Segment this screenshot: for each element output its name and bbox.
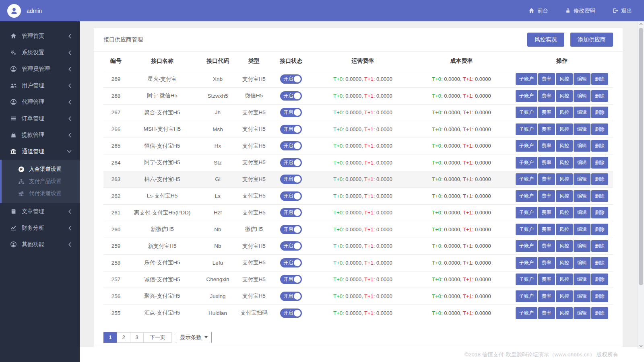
edit-button[interactable]: 编辑	[574, 240, 590, 252]
subaccount-button[interactable]: 子账户	[516, 307, 537, 319]
sidebar-item-6[interactable]: 订单管理	[0, 110, 80, 127]
subaccount-button[interactable]: 子账户	[516, 207, 537, 218]
edit-button[interactable]: 编辑	[574, 140, 590, 152]
status-toggle[interactable]: 开启	[280, 125, 302, 134]
rate-button[interactable]: 费率	[538, 173, 555, 185]
subaccount-button[interactable]: 子账户	[516, 290, 537, 302]
sidebar-item-10[interactable]: 财务分析	[0, 220, 80, 236]
sidebar-item-1[interactable]: 管理首页	[0, 28, 80, 44]
status-toggle[interactable]: 开启	[280, 275, 302, 284]
status-toggle[interactable]: 开启	[280, 225, 302, 234]
status-toggle[interactable]: 开启	[280, 74, 302, 84]
subaccount-button[interactable]: 子账户	[516, 274, 537, 285]
status-toggle[interactable]: 开启	[280, 175, 302, 184]
status-toggle[interactable]: 开启	[280, 108, 302, 117]
risk-button[interactable]: 风控	[556, 173, 573, 185]
delete-button[interactable]: 删除	[591, 257, 608, 269]
submenu-item-2[interactable]: 支付产品设置	[2, 175, 80, 187]
risk-button[interactable]: 风控	[556, 90, 573, 102]
submenu-item-3[interactable]: 代付渠道设置	[2, 187, 80, 200]
risk-button[interactable]: 风控	[556, 123, 573, 135]
subaccount-button[interactable]: 子账户	[516, 224, 537, 235]
sidebar-item-5[interactable]: 代理管理	[0, 94, 80, 110]
rate-button[interactable]: 费率	[538, 190, 555, 202]
sidebar-item-2[interactable]: 系统设置	[0, 44, 80, 61]
delete-button[interactable]: 删除	[591, 73, 608, 85]
rate-button[interactable]: 费率	[538, 240, 555, 252]
subaccount-button[interactable]: 子账户	[516, 240, 537, 252]
rate-button[interactable]: 费率	[538, 157, 555, 169]
edit-button[interactable]: 编辑	[574, 90, 590, 102]
submenu-item-1[interactable]: P入金渠道设置	[2, 163, 80, 175]
risk-button[interactable]: 风控	[556, 290, 573, 302]
subaccount-button[interactable]: 子账户	[516, 140, 537, 152]
edit-button[interactable]: 编辑	[574, 123, 590, 135]
sidebar-item-11[interactable]: 其他功能	[0, 236, 80, 253]
subaccount-button[interactable]: 子账户	[516, 157, 537, 169]
edit-button[interactable]: 编辑	[574, 207, 590, 218]
sidebar-item-7[interactable]: 提款管理	[0, 127, 80, 143]
rate-button[interactable]: 费率	[538, 274, 555, 285]
rate-button[interactable]: 费率	[538, 107, 555, 118]
sidebar-item-4[interactable]: 用户管理	[0, 77, 80, 94]
rate-button[interactable]: 费率	[538, 224, 555, 235]
status-toggle[interactable]: 开启	[280, 258, 302, 267]
sidebar-item-9[interactable]: 文章管理	[0, 203, 80, 220]
rate-button[interactable]: 费率	[538, 290, 555, 302]
status-toggle[interactable]: 开启	[280, 141, 302, 150]
risk-button[interactable]: 风控	[556, 307, 573, 319]
rate-button[interactable]: 费率	[538, 73, 555, 85]
edit-button[interactable]: 编辑	[574, 307, 590, 319]
risk-button[interactable]: 风控	[556, 224, 573, 235]
topbar-user[interactable]: admin	[7, 4, 42, 18]
status-toggle[interactable]: 开启	[280, 91, 302, 101]
edit-button[interactable]: 编辑	[574, 107, 590, 118]
next-page-button[interactable]: 下一页	[143, 332, 172, 343]
risk-button[interactable]: 风控	[556, 240, 573, 252]
edit-button[interactable]: 编辑	[574, 173, 590, 185]
rate-button[interactable]: 费率	[538, 123, 555, 135]
risk-button[interactable]: 风控	[556, 257, 573, 269]
sidebar-item-3[interactable]: 管理员管理	[0, 61, 80, 77]
status-toggle[interactable]: 开启	[280, 158, 302, 167]
topbar-link-lock[interactable]: 修改密码	[565, 7, 595, 14]
delete-button[interactable]: 删除	[591, 107, 608, 118]
subaccount-button[interactable]: 子账户	[516, 107, 537, 118]
scrollbar[interactable]	[638, 21, 644, 349]
delete-button[interactable]: 删除	[591, 307, 608, 319]
scrollbar-thumb[interactable]	[639, 28, 643, 285]
edit-button[interactable]: 编辑	[574, 257, 590, 269]
sidebar-item-8[interactable]: 通道管理	[0, 143, 80, 160]
topbar-link-logout[interactable]: 退出	[612, 7, 632, 14]
edit-button[interactable]: 编辑	[574, 190, 590, 202]
delete-button[interactable]: 删除	[591, 123, 608, 135]
delete-button[interactable]: 删除	[591, 274, 608, 285]
delete-button[interactable]: 删除	[591, 140, 608, 152]
page-size-select[interactable]: 显示条数	[176, 332, 212, 343]
risk-button[interactable]: 风控	[556, 157, 573, 169]
page-button-3[interactable]: 3	[130, 332, 144, 343]
status-toggle[interactable]: 开启	[280, 241, 302, 251]
subaccount-button[interactable]: 子账户	[516, 190, 537, 202]
subaccount-button[interactable]: 子账户	[516, 123, 537, 135]
page-button-2[interactable]: 2	[117, 332, 130, 343]
delete-button[interactable]: 删除	[591, 190, 608, 202]
rate-button[interactable]: 费率	[538, 307, 555, 319]
status-toggle[interactable]: 开启	[280, 191, 302, 201]
delete-button[interactable]: 删除	[591, 173, 608, 185]
add-provider-button[interactable]: 添加供应商	[570, 33, 613, 47]
page-button-1[interactable]: 1	[103, 332, 117, 343]
delete-button[interactable]: 删除	[591, 157, 608, 169]
status-toggle[interactable]: 开启	[280, 208, 302, 217]
scrollbar-down-arrow[interactable]	[638, 343, 644, 349]
scrollbar-up-arrow[interactable]	[638, 21, 644, 27]
risk-button[interactable]: 风控	[556, 274, 573, 285]
risk-control-button[interactable]: 风控实况	[527, 33, 564, 47]
risk-button[interactable]: 风控	[556, 207, 573, 218]
subaccount-button[interactable]: 子账户	[516, 90, 537, 102]
edit-button[interactable]: 编辑	[574, 224, 590, 235]
rate-button[interactable]: 费率	[538, 257, 555, 269]
edit-button[interactable]: 编辑	[574, 157, 590, 169]
risk-button[interactable]: 风控	[556, 107, 573, 118]
edit-button[interactable]: 编辑	[574, 73, 590, 85]
